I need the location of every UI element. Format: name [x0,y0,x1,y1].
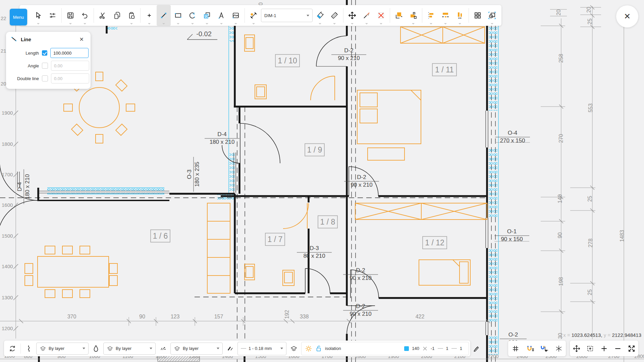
hatch-tool-button[interactable] [200,5,214,26]
snap-tracking-button[interactable] [553,342,565,355]
align-left-button[interactable] [424,5,438,26]
menu-button[interactable]: Menu [10,9,27,25]
linetype-select-value: By layer [183,346,199,351]
svg-text:D-2: D-2 [356,303,365,309]
move-tool-button[interactable] [345,5,359,26]
close-button[interactable]: ✕ [616,5,638,27]
cut-button[interactable] [96,5,110,26]
measure-tool-button[interactable] [327,5,341,26]
line-tool-button[interactable] [157,5,171,26]
snap-to-grid-button[interactable] [524,342,536,355]
color-select[interactable]: By layer [103,343,156,355]
save-icon [66,11,74,19]
distribute-horizontal-button[interactable] [438,5,452,26]
layer-a-value: -1 [431,346,435,351]
plan-text: 270 [558,134,564,143]
length-input[interactable] [50,48,89,58]
plan-text: 1 / 12 [425,238,444,247]
point-tool-button[interactable] [142,5,156,26]
isolate-objects-button[interactable] [485,5,499,26]
plan-text: 140 [557,194,563,203]
line-icon [11,36,17,43]
modify-tool-button[interactable] [46,5,60,26]
marker-tool-button[interactable] [313,5,327,26]
double-line-label: Double line [11,76,39,81]
image-icon [232,11,240,19]
svg-text:D-2: D-2 [357,174,366,180]
layer-b-value: 1 [446,346,448,351]
svg-text:180 x 235: 180 x 235 [194,162,200,187]
magnet-grid-icon [526,345,534,353]
copy-button[interactable] [110,5,124,26]
undo-icon [81,11,89,19]
x-icon [422,346,428,351]
distribute-vertical-button[interactable] [453,5,467,26]
plan-text: 1 / 9 [307,145,322,154]
delete-tool-button[interactable] [374,5,388,26]
double-line-checkbox[interactable] [42,75,48,81]
rectangle-tool-button[interactable] [171,5,185,26]
undo-button[interactable] [78,5,92,26]
bring-forward-icon [394,11,403,20]
double-line-input[interactable] [51,73,89,83]
layer-color-swatch[interactable] [404,346,409,351]
plan-text: 1 / 10 [278,56,297,65]
tile-view-button[interactable] [471,5,485,26]
expand-icon [628,345,636,353]
color-tool-button[interactable] [90,342,102,355]
zoom-window-button[interactable] [584,342,596,355]
plan-text: 278 [588,239,593,248]
zoom-in-button[interactable] [598,342,610,355]
dimension-tool-button[interactable] [247,5,261,26]
paste-button[interactable] [124,5,139,26]
lineweight-tool-button[interactable] [224,342,236,355]
zoom-window-icon [586,345,594,353]
grid-toggle-button[interactable] [509,342,522,355]
current-layer-group[interactable]: isolation 140 -1 1 1 [301,342,469,355]
move-icon [348,11,357,20]
chevron-down-icon [280,348,283,349]
zoom-out-button[interactable] [612,342,624,355]
layers-icon [40,346,46,352]
dimension-style-select[interactable]: DIM-1 [261,9,313,22]
svg-text:90 x 150: 90 x 150 [501,236,523,242]
plan-text: 1483 [619,230,625,242]
cursor-icon [34,11,42,19]
distribute-vertical-icon [455,11,464,20]
panel-close-icon[interactable]: ✕ [77,36,86,43]
pan-button[interactable] [571,342,583,355]
insulation-hatch [47,21,498,355]
layer-properties-button[interactable] [287,342,300,355]
drawing-canvas[interactable]: 1 / 101 / 111 / 91 / 81 / 71 / 61 / 12D-… [0,0,644,362]
opening-tag: O-190 x 150 [494,228,529,242]
snap-to-object-button[interactable] [538,342,550,355]
edit-layer-button[interactable] [470,342,483,355]
angle-input[interactable] [51,61,89,71]
select-tool-button[interactable] [31,5,45,26]
save-button[interactable] [63,5,77,26]
hatch-icon [203,11,211,19]
arc-tool-button[interactable] [185,5,200,26]
image-tool-button[interactable] [229,5,243,26]
regen-button[interactable] [6,342,19,355]
polyline-edit-button[interactable] [22,342,35,355]
leader-tool-button[interactable] [360,5,374,26]
lineweight-select[interactable]: 1 - 0.18 mm [237,342,286,355]
sun-icon [305,345,312,352]
dimension-style-value: DIM-1 [264,13,276,18]
linetype-select[interactable]: By layer [170,343,223,355]
plan-text: 90 [557,232,563,238]
cad-workspace: 1 / 101 / 111 / 91 / 81 / 71 / 61 / 12D-… [0,0,644,362]
line-properties-panel: Line ✕ Length Angle Double line [6,32,91,89]
length-checkbox[interactable] [42,50,47,56]
plan-text: 20 [1,81,6,86]
zoom-extents-button[interactable] [626,342,638,355]
linetype-tool-button[interactable] [157,342,169,355]
bring-forward-button[interactable] [392,5,406,26]
svg-text:270 x 150: 270 x 150 [500,137,525,144]
angle-checkbox[interactable] [42,63,48,69]
layers-icon [290,345,298,352]
text-tool-button[interactable] [214,5,228,26]
arrange-order-button[interactable] [406,5,420,26]
layer-select[interactable]: By layer [36,343,89,355]
